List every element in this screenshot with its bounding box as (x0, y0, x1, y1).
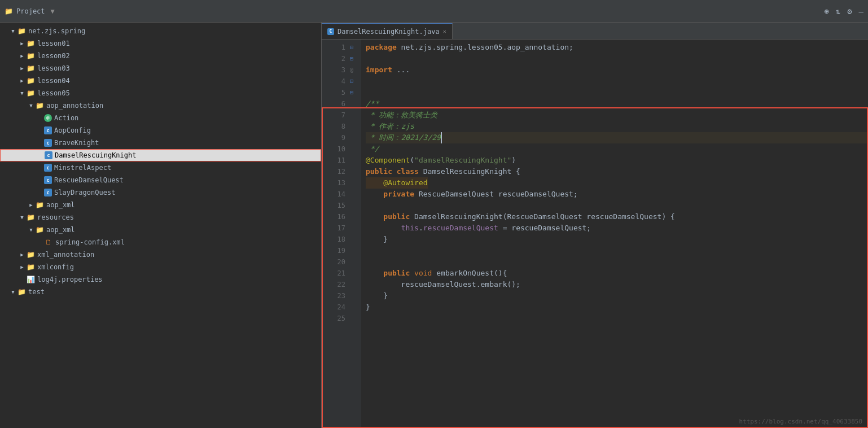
code-text: rescueDamselQuest.embark(); (366, 279, 520, 290)
code-text (392, 166, 397, 177)
expand-arrow-icon (27, 102, 35, 110)
code-line: this.rescueDamselQuest = rescueDamselQue… (366, 222, 868, 234)
folder-icon (35, 101, 44, 110)
code-line: package net.zjs.spring.lesson05.aop_anno… (366, 42, 868, 53)
keyword: public (383, 268, 410, 279)
code-text (366, 189, 383, 200)
tree-item-label: RescueDamselQuest (54, 176, 124, 184)
sidebar-item-aopconfig[interactable]: c AopConfig (0, 124, 321, 137)
sidebar-item-resources[interactable]: resources (0, 211, 321, 224)
editor-tab-damselrescuingknight[interactable]: C DamselRescuingKnight.java ✕ (322, 23, 453, 39)
project-label: Project (16, 7, 45, 15)
tree-item-label: AopConfig (54, 126, 91, 134)
sidebar-item-aop-xml-res[interactable]: aop_xml (0, 224, 321, 236)
code-text: } (366, 302, 370, 313)
sidebar-item-lesson05[interactable]: lesson05 (0, 87, 321, 99)
sidebar-item-log4j[interactable]: 📊 log4j.properties (0, 273, 321, 286)
code-line (366, 313, 868, 324)
tree-item-label: lesson05 (37, 89, 70, 97)
class-icon: c (44, 164, 52, 172)
sidebar-item-lesson04[interactable]: lesson04 (0, 75, 321, 87)
sidebar-item-xmlconfig[interactable]: xmlconfig (0, 261, 321, 273)
main-layout: net.zjs.spring lesson01 lesson02 lesson0… (0, 23, 868, 428)
sidebar-item-aop-annotation[interactable]: aop_annotation (0, 99, 321, 112)
code-line: } (366, 290, 868, 302)
sort-icon[interactable]: ⇅ (836, 7, 840, 16)
tree-item-label: BraveKnight (54, 139, 99, 147)
code-line: private RescueDamselQuest rescueDamselQu… (366, 189, 868, 200)
tree-item-label: MinstrelAspect (54, 164, 111, 172)
tree-item-label: aop_xml (46, 201, 75, 209)
code-line: */ (366, 143, 868, 155)
expand-arrow-icon (27, 201, 35, 209)
code-line (366, 245, 868, 256)
editor-tabs: C DamselRescuingKnight.java ✕ (322, 23, 868, 40)
sidebar-item-lesson03[interactable]: lesson03 (0, 62, 321, 75)
code-line (366, 200, 868, 211)
sidebar-item-braveknight[interactable]: c BraveKnight (0, 137, 321, 149)
sidebar-item-lesson01[interactable]: lesson01 (0, 37, 321, 50)
field-ref: rescueDamselQuest (423, 222, 498, 234)
class-icon: c (45, 151, 52, 159)
code-text: RescueDamselQuest rescueDamselQuest; (414, 189, 578, 200)
code-editor[interactable]: 1 2 3 4 5 6 7 8 9 10 11 12 13 14 15 16 1 (322, 40, 868, 428)
sidebar-item-test[interactable]: test (0, 286, 321, 298)
project-sidebar: net.zjs.spring lesson01 lesson02 lesson0… (0, 23, 322, 428)
tree-item-label: spring-config.xml (55, 238, 125, 246)
keyword: private (383, 189, 414, 200)
sidebar-item-lesson02[interactable]: lesson02 (0, 50, 321, 62)
expand-arrow-icon (9, 288, 17, 296)
tree-item-label: test (28, 288, 45, 296)
expand-arrow-icon (18, 40, 26, 47)
tab-close-button[interactable]: ✕ (443, 28, 446, 34)
expand-arrow-icon (18, 64, 26, 72)
tree-item-label: DamselRescuingKnight (55, 151, 137, 159)
sidebar-item-rescuedamselquest[interactable]: c RescueDamselQuest (0, 174, 321, 186)
tree-item-label: aop_annotation (46, 102, 103, 110)
annotation: @Autowired (366, 177, 428, 189)
code-line (366, 53, 868, 64)
folder-icon (26, 89, 35, 98)
code-line: public class DamselRescuingKnight { (366, 166, 868, 177)
annotation: @Component (366, 155, 410, 166)
code-line: rescueDamselQuest.embark(); (366, 279, 868, 290)
string-literal: "damselRescuingKnight" (414, 155, 511, 166)
sidebar-item-xml-annotation[interactable]: xml_annotation (0, 248, 321, 261)
code-line-highlighted: * 时间：2021/3/29 (366, 132, 868, 143)
sidebar-item-damselrescuingknight[interactable]: c DamselRescuingKnight (0, 149, 321, 161)
code-line: @Component("damselRescuingKnight") (366, 155, 868, 166)
folder-icon (26, 263, 35, 272)
code-line: @Autowired (366, 177, 868, 189)
dropdown-arrow-icon[interactable]: ▼ (51, 7, 55, 15)
code-line: import ... (366, 64, 868, 76)
class-icon: c (44, 189, 52, 196)
sidebar-item-slaydragonquest[interactable]: c SlayDragonQuest (0, 186, 321, 199)
sidebar-item-minstrelaspect[interactable]: c MinstrelAspect (0, 161, 321, 174)
minimize-icon[interactable]: — (859, 7, 863, 16)
code-text: ... (392, 64, 410, 76)
keyword: import (366, 64, 392, 76)
expand-arrow-icon (18, 89, 26, 97)
code-text: . (419, 222, 423, 234)
tree-item-label: lesson02 (37, 52, 70, 60)
expand-arrow-icon (18, 77, 26, 85)
settings-icon[interactable]: ⚙ (847, 7, 852, 16)
sidebar-item-aop-xml-sub[interactable]: aop_xml (0, 199, 321, 211)
code-line: public void embarkOnQuest(){ (366, 268, 868, 279)
sidebar-item-spring-config-xml[interactable]: 🗋 spring-config.xml (0, 236, 321, 248)
sidebar-item-net-zjs-spring[interactable]: net.zjs.spring (0, 25, 321, 37)
code-text: ) (511, 155, 516, 166)
keyword: class (397, 166, 419, 177)
locate-icon[interactable]: ⊕ (824, 7, 828, 16)
gutter: ⊟ ⊟ @ ⊟ (350, 40, 361, 428)
folder-icon (17, 287, 26, 296)
sidebar-item-action[interactable]: @ Action (0, 112, 321, 124)
keyword: public (383, 211, 410, 222)
class-icon: c (44, 139, 52, 147)
code-text: ( (410, 155, 414, 166)
code-text: } (366, 290, 388, 302)
tree-item-label: xml_annotation (37, 251, 94, 259)
code-line: * 作者：zjs (366, 121, 868, 132)
folder-icon (35, 200, 44, 209)
xml-icon: 🗋 (44, 238, 53, 247)
